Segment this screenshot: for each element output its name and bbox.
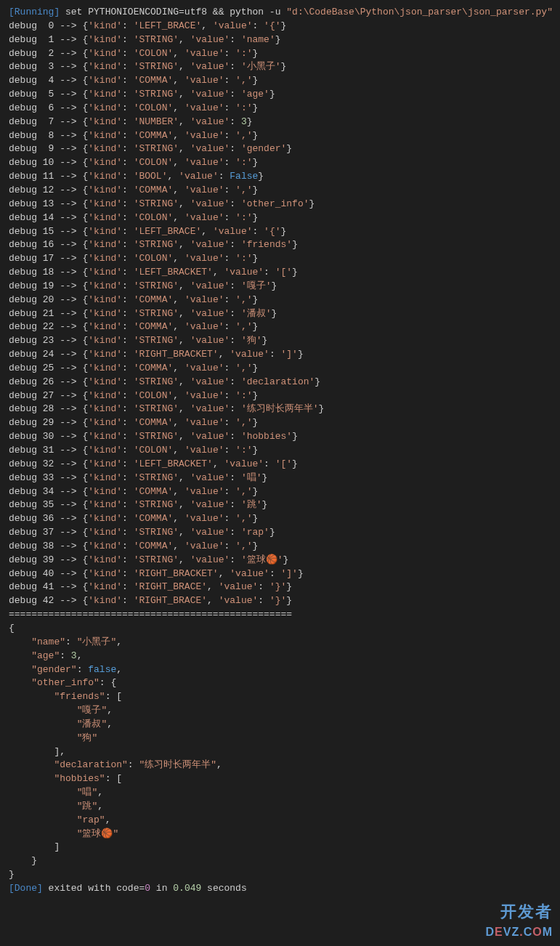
- watermark-cn: 开发者: [486, 900, 553, 923]
- output-line: debug 27 --> {'kind': 'COLON', 'value': …: [9, 389, 551, 403]
- output-line: debug 7 --> {'kind': 'NUMBER', 'value': …: [9, 116, 551, 129]
- output-line: debug 5 --> {'kind': 'STRING', 'value': …: [9, 88, 551, 102]
- output-line: debug 26 --> {'kind': 'STRING', 'value':…: [9, 376, 551, 389]
- output-line: debug 12 --> {'kind': 'COMMA', 'value': …: [9, 184, 551, 198]
- output-line: debug 30 --> {'kind': 'STRING', 'value':…: [9, 430, 551, 444]
- output-line: debug 29 --> {'kind': 'COMMA', 'value': …: [9, 416, 551, 430]
- output-line: "age": 3,: [9, 650, 551, 663]
- output-line: "潘叔",: [9, 718, 551, 732]
- output-line: debug 10 --> {'kind': 'COLON', 'value': …: [9, 156, 551, 170]
- output-line: debug 4 --> {'kind': 'COMMA', 'value': '…: [9, 74, 551, 88]
- output-line: "跳",: [9, 800, 551, 814]
- output-line: debug 35 --> {'kind': 'STRING', 'value':…: [9, 498, 551, 512]
- output-line: ]: [9, 841, 551, 854]
- output-line: debug 32 --> {'kind': 'LEFT_BRACKET', 'v…: [9, 458, 551, 472]
- output-line: debug 28 --> {'kind': 'STRING', 'value':…: [9, 403, 551, 416]
- output-line: ],: [9, 745, 551, 759]
- output-line: "狗": [9, 732, 551, 745]
- output-line: "other_info": {: [9, 676, 551, 690]
- output-line: debug 20 --> {'kind': 'COMMA', 'value': …: [9, 294, 551, 307]
- output-line: [Running] set PYTHONIOENCODING=utf8 && p…: [9, 6, 551, 20]
- terminal-output[interactable]: [Running] set PYTHONIOENCODING=utf8 && p…: [9, 6, 551, 896]
- output-line: debug 41 --> {'kind': 'RIGHT_BRACE', 'va…: [9, 581, 551, 594]
- output-line: debug 34 --> {'kind': 'COMMA', 'value': …: [9, 485, 551, 499]
- output-line: debug 1 --> {'kind': 'STRING', 'value': …: [9, 33, 551, 47]
- output-line: [Done] exited with code=0 in 0.049 secon…: [9, 882, 551, 896]
- output-line: "gender": false,: [9, 663, 551, 677]
- watermark-en: DEVZ.COM: [486, 923, 553, 940]
- output-line: debug 23 --> {'kind': 'STRING', 'value':…: [9, 334, 551, 348]
- output-line: debug 38 --> {'kind': 'COMMA', 'value': …: [9, 540, 551, 554]
- output-line: debug 37 --> {'kind': 'STRING', 'value':…: [9, 526, 551, 540]
- output-line: debug 42 --> {'kind': 'RIGHT_BRACE', 'va…: [9, 594, 551, 608]
- output-line: debug 33 --> {'kind': 'STRING', 'value':…: [9, 472, 551, 485]
- output-line: ========================================…: [9, 608, 551, 622]
- output-line: debug 21 --> {'kind': 'STRING', 'value':…: [9, 307, 551, 321]
- output-line: debug 15 --> {'kind': 'LEFT_BRACE', 'val…: [9, 225, 551, 239]
- output-line: debug 6 --> {'kind': 'COLON', 'value': '…: [9, 102, 551, 116]
- output-line: "rap",: [9, 814, 551, 828]
- output-line: debug 11 --> {'kind': 'BOOL', 'value': F…: [9, 170, 551, 184]
- output-line: {: [9, 622, 551, 636]
- output-line: "declaration": "练习时长两年半",: [9, 759, 551, 772]
- output-line: "嘎子",: [9, 704, 551, 718]
- output-line: debug 19 --> {'kind': 'STRING', 'value':…: [9, 280, 551, 294]
- output-line: debug 2 --> {'kind': 'COLON', 'value': '…: [9, 47, 551, 61]
- output-line: }: [9, 854, 551, 868]
- output-line: "name": "小黑子",: [9, 636, 551, 650]
- output-line: debug 16 --> {'kind': 'STRING', 'value':…: [9, 238, 551, 252]
- output-line: debug 14 --> {'kind': 'COLON', 'value': …: [9, 211, 551, 225]
- output-line: debug 17 --> {'kind': 'COLON', 'value': …: [9, 252, 551, 266]
- output-line: debug 36 --> {'kind': 'COMMA', 'value': …: [9, 512, 551, 526]
- output-line: debug 25 --> {'kind': 'COMMA', 'value': …: [9, 362, 551, 376]
- output-line: "篮球🏀": [9, 828, 551, 841]
- output-line: "唱",: [9, 786, 551, 800]
- output-line: "hobbies": [: [9, 772, 551, 786]
- output-line: "friends": [: [9, 690, 551, 704]
- watermark: 开发者 DEVZ.COM: [486, 900, 553, 940]
- output-line: debug 22 --> {'kind': 'COMMA', 'value': …: [9, 320, 551, 334]
- output-line: debug 0 --> {'kind': 'LEFT_BRACE', 'valu…: [9, 20, 551, 33]
- output-line: debug 3 --> {'kind': 'STRING', 'value': …: [9, 60, 551, 74]
- output-line: debug 39 --> {'kind': 'STRING', 'value':…: [9, 554, 551, 567]
- output-line: debug 40 --> {'kind': 'RIGHT_BRACKET', '…: [9, 567, 551, 581]
- output-line: debug 9 --> {'kind': 'STRING', 'value': …: [9, 142, 551, 156]
- output-line: debug 18 --> {'kind': 'LEFT_BRACKET', 'v…: [9, 266, 551, 280]
- output-line: debug 24 --> {'kind': 'RIGHT_BRACKET', '…: [9, 348, 551, 362]
- output-line: debug 8 --> {'kind': 'COMMA', 'value': '…: [9, 129, 551, 143]
- output-line: debug 31 --> {'kind': 'COLON', 'value': …: [9, 444, 551, 458]
- output-line: }: [9, 868, 551, 882]
- output-line: debug 13 --> {'kind': 'STRING', 'value':…: [9, 198, 551, 211]
